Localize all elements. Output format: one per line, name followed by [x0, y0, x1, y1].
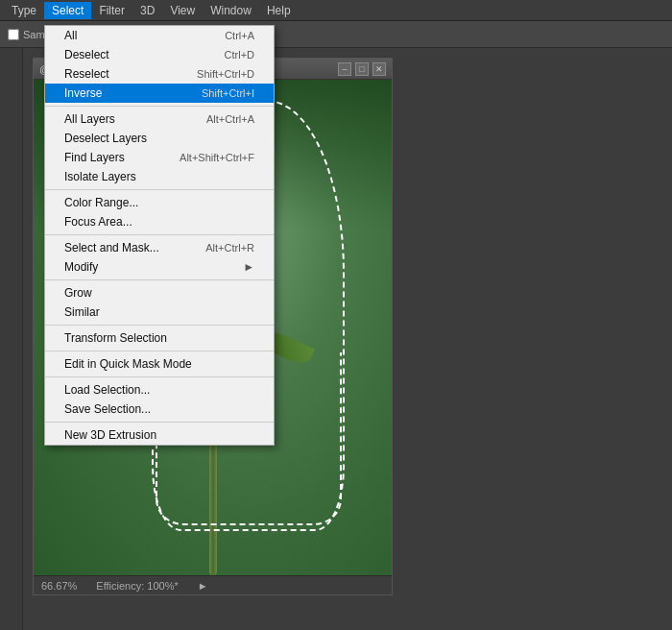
minimize-button[interactable]: –: [338, 62, 351, 76]
submenu-arrow-icon: ►: [243, 260, 254, 274]
efficiency-label: Efficiency: 100%*: [96, 580, 178, 592]
menu-item-deselect[interactable]: Deselect Ctrl+D: [45, 45, 274, 64]
status-bar: 66.67% Efficiency: 100%* ►: [34, 575, 392, 594]
menubar-item-select[interactable]: Select: [44, 2, 91, 19]
menu-item-select-and-mask[interactable]: Select and Mask... Alt+Ctrl+R: [45, 238, 274, 257]
zoom-level: 66.67%: [41, 580, 77, 592]
sample-all-checkbox-input[interactable]: [8, 29, 19, 40]
menu-item-edit-quick-mask[interactable]: Edit in Quick Mask Mode: [45, 354, 274, 374]
menu-item-load-selection[interactable]: Load Selection...: [45, 380, 274, 400]
menu-separator-2: [45, 189, 274, 190]
menu-item-find-layers[interactable]: Find Layers Alt+Shift+Ctrl+F: [45, 148, 274, 167]
menu-item-isolate-layers[interactable]: Isolate Layers: [45, 167, 274, 186]
menu-separator-5: [45, 325, 274, 326]
sample-all-layers-checkbox[interactable]: Sam: [8, 29, 45, 40]
menu-item-similar[interactable]: Similar: [45, 303, 274, 322]
menu-item-modify[interactable]: Modify ►: [45, 257, 274, 277]
menu-item-inverse[interactable]: Inverse Shift+Ctrl+I: [45, 84, 274, 103]
menu-item-focus-area[interactable]: Focus Area...: [45, 212, 274, 231]
menu-item-color-range[interactable]: Color Range...: [45, 193, 274, 212]
menu-item-all-layers[interactable]: All Layers Alt+Ctrl+A: [45, 109, 274, 129]
status-arrow: ►: [198, 580, 208, 592]
menu-item-transform-selection[interactable]: Transform Selection: [45, 328, 274, 348]
menu-separator-7: [45, 376, 274, 377]
menu-separator-8: [45, 422, 274, 423]
menu-item-all[interactable]: All Ctrl+A: [45, 26, 274, 45]
maximize-button[interactable]: □: [355, 62, 369, 76]
menu-item-new-3d-extrusion[interactable]: New 3D Extrusion: [45, 425, 274, 445]
menu-item-deselect-layers[interactable]: Deselect Layers: [45, 129, 274, 148]
menu-separator-4: [45, 279, 274, 280]
menubar-item-help[interactable]: Help: [259, 2, 299, 19]
menubar-item-type[interactable]: Type: [4, 2, 44, 19]
menu-item-grow[interactable]: Grow: [45, 283, 274, 303]
menu-item-save-selection[interactable]: Save Selection...: [45, 400, 274, 419]
menu-separator-6: [45, 351, 274, 351]
window-controls: – □ ✕: [338, 62, 386, 76]
menubar-item-filter[interactable]: Filter: [91, 2, 132, 19]
menubar-item-3d[interactable]: 3D: [132, 2, 162, 19]
menubar-item-window[interactable]: Window: [203, 2, 259, 19]
menubar-item-view[interactable]: View: [162, 2, 203, 19]
close-button[interactable]: ✕: [372, 62, 386, 76]
left-toolbar: [0, 48, 23, 630]
select-dropdown-menu: All Ctrl+A Deselect Ctrl+D Reselect Shif…: [44, 25, 275, 446]
menu-separator-1: [45, 106, 274, 107]
menubar: Type Select All Ctrl+A Deselect Ctrl+D R…: [0, 0, 672, 21]
menu-separator-3: [45, 234, 274, 235]
menu-item-reselect[interactable]: Reselect Shift+Ctrl+D: [45, 64, 274, 84]
